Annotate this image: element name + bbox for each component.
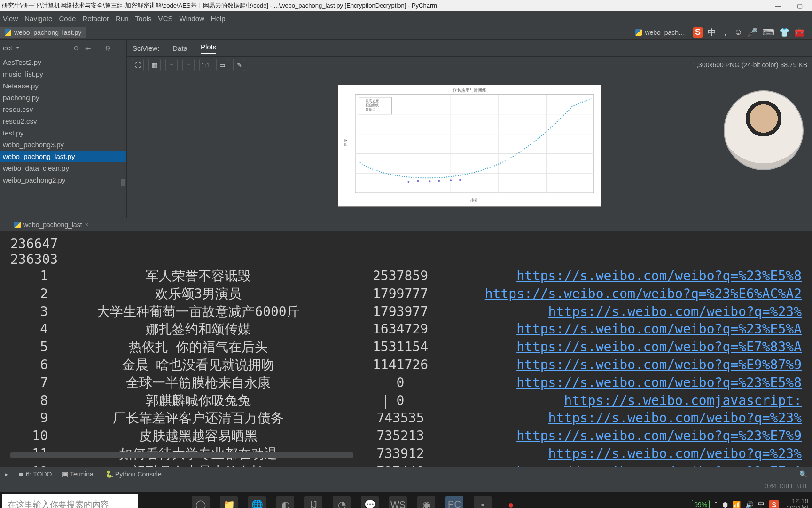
project-file-list[interactable]: AesTest2.py music_list.py Netease.py pac… [0, 56, 126, 186]
file-item[interactable]: resou.csv [0, 103, 126, 115]
menu-code[interactable]: Code [59, 15, 76, 23]
tw-run-icon[interactable]: ▸ [5, 470, 8, 478]
menu-refactor[interactable]: Refactor [82, 15, 109, 23]
pycharm-icon[interactable]: PC [445, 496, 463, 508]
recording-icon[interactable]: ● [502, 496, 520, 508]
row-url[interactable]: https://s.weibo.com/weibo?q=%23%E7%A [471, 463, 802, 467]
menu-vcs[interactable]: VCS [158, 15, 173, 23]
close-icon[interactable]: × [85, 221, 89, 229]
ime-lang-icon[interactable]: 中 [708, 27, 716, 38]
menu-navigate[interactable]: Navigate [24, 15, 52, 23]
file-item[interactable]: webo_pachong3.py [0, 139, 126, 151]
output-h-scrollbar[interactable] [10, 452, 353, 458]
eclipse-icon[interactable]: ◔ [333, 496, 351, 508]
row-url[interactable]: https://s.weibo.com/weibo?q=%23%E5%8 [471, 374, 802, 392]
taskbar-clock[interactable]: 12:16 2021/6/ [782, 498, 812, 508]
sogou-tray-icon[interactable]: S [769, 500, 779, 508]
minimize-button[interactable]: — [768, 2, 789, 9]
edge-icon[interactable]: 🌐 [248, 496, 266, 508]
file-item[interactable]: resou2.csv [0, 115, 126, 127]
task-view-icon[interactable]: ◯ [192, 496, 210, 508]
tw-python-console[interactable]: 🐍 Python Console [105, 470, 162, 478]
menu-run[interactable]: Run [116, 15, 129, 23]
volume-icon[interactable]: 🔊 [745, 501, 753, 508]
row-url[interactable]: https://s.weibo.com/weibo?q=%23%E5%A [471, 320, 802, 338]
row-title: 皮肤越黑越容易晒黑 [67, 427, 330, 445]
editor-tab[interactable]: webo_pachong_last × [10, 220, 93, 230]
app-icon[interactable]: ◐ [276, 496, 294, 508]
row-url[interactable]: https://s.weibo.com/weibo?q=%23% [471, 409, 802, 427]
fit-icon[interactable]: ⛶ [132, 59, 144, 71]
file-item-selected[interactable]: webo_pachong_last.py [0, 151, 126, 162]
tw-todo[interactable]: ≣ 6: TODO [18, 470, 52, 478]
file-explorer-icon[interactable]: 📁 [220, 496, 238, 508]
tw-terminal[interactable]: ▣ Terminal [62, 470, 95, 478]
wifi-icon[interactable]: 📶 [733, 501, 741, 508]
toolbar-punct-icon[interactable]: ， [721, 27, 729, 38]
maximize-button[interactable]: ▢ [789, 2, 810, 9]
search-placeholder: 在这里输入你要搜索的内容 [8, 499, 109, 508]
collapse-icon[interactable] [85, 44, 93, 52]
sidebar-scrollbar[interactable] [121, 179, 125, 186]
tab-data[interactable]: Data [172, 44, 187, 52]
row-url[interactable]: https://s.weibo.com/weibo?q=%E9%87%9 [471, 356, 802, 374]
toolbar-smile-icon[interactable]: ☺ [734, 27, 742, 37]
color-picker-icon[interactable]: ✎ [233, 59, 245, 71]
row-value: 1634729 [330, 320, 471, 338]
menu-help[interactable]: Help [211, 15, 226, 23]
cmd-icon[interactable]: ▪ [474, 496, 492, 508]
sciview-label: SciView: [133, 44, 159, 52]
file-item[interactable]: weibo_data_clean.py [0, 162, 126, 174]
actual-size-button[interactable]: 1:1 [199, 59, 211, 71]
breadcrumb-tab[interactable]: webo_pachong_last.py [0, 27, 86, 38]
system-tray[interactable]: 99% ˄ ⬢ 📶 🔊 中 S [688, 500, 782, 508]
tray-chevron-icon[interactable]: ˄ [714, 501, 718, 508]
row-url[interactable]: https://s.weibo.comjavascript: [471, 392, 802, 410]
row-value: 1141726 [330, 356, 471, 374]
grid-icon[interactable]: ▦ [148, 59, 161, 71]
row-url[interactable]: https://s.weibo.com/weibo?q=%23%E6%AC%A2 [471, 285, 802, 303]
menu-view[interactable]: View [3, 15, 18, 23]
menu-window[interactable]: Window [179, 15, 204, 23]
taskbar-search[interactable]: 在这里输入你要搜索的内容 [2, 494, 138, 508]
row-url[interactable]: https://s.weibo.com/weibo?q=%E7%83%A [471, 338, 802, 356]
recent-file-tab[interactable]: webo_pach… [631, 27, 690, 38]
row-index: 1 [10, 267, 67, 285]
sogou-ime-icon[interactable]: S [693, 27, 703, 38]
row-index: 12 [10, 463, 67, 467]
window-title: 研究生\研一下\计算机网络技术与安全\第三组-加密解密讲解\code\AES基于… [2, 1, 437, 10]
row-url[interactable]: https://s.weibo.com/weibo?q=%23% [471, 445, 802, 463]
select-icon[interactable]: ▭ [216, 59, 228, 71]
wechat-icon[interactable]: 💬 [361, 496, 379, 508]
file-item[interactable]: weibo_pachong2.py [0, 174, 126, 186]
breadcrumb-label: webo_pachong_last.py [14, 29, 81, 36]
zoom-in-icon[interactable]: ＋ [165, 59, 178, 71]
gear-icon[interactable] [105, 44, 112, 52]
plot-image[interactable]: 歌名热度与时间线 最高热度 拟合曲线 数据点 [338, 85, 601, 207]
tab-plots[interactable]: Plots [201, 43, 216, 54]
toolbar-toolbox-icon[interactable]: 🧰 [794, 27, 804, 38]
file-item[interactable]: AesTest2.py [0, 56, 126, 68]
file-item[interactable]: Netease.py [0, 80, 126, 92]
row-url[interactable]: https://s.weibo.com/weibo?q=%23%E7%9 [471, 427, 802, 445]
tray-dropbox-icon[interactable]: ⬢ [722, 501, 728, 508]
event-log-icon[interactable]: 🔍 [799, 470, 807, 478]
target-icon[interactable] [74, 44, 81, 52]
row-url[interactable]: https://s.weibo.com/weibo?q=%23% [471, 303, 802, 321]
intellij-icon[interactable]: IJ [304, 496, 322, 508]
chevron-down-icon[interactable] [16, 47, 20, 49]
menu-tools[interactable]: Tools [135, 15, 152, 23]
file-item[interactable]: pachong.py [0, 92, 126, 103]
zoom-out-icon[interactable]: － [182, 59, 195, 71]
ime-indicator[interactable]: 中 [758, 500, 765, 508]
toolbar-keyboard-icon[interactable]: ⌨ [762, 27, 774, 38]
toolbar-skin-icon[interactable]: 👕 [779, 27, 789, 38]
toolbar-mic-icon[interactable]: 🎤 [747, 27, 757, 38]
file-item[interactable]: music_list.py [0, 68, 126, 80]
webstorm-icon[interactable]: WS [389, 496, 407, 508]
file-item[interactable]: test.py [0, 127, 126, 139]
row-url[interactable]: https://s.weibo.com/weibo?q=%23%E5%8 [471, 267, 802, 285]
hide-icon[interactable]: — [116, 44, 124, 52]
run-output[interactable]: 236647 236303 1军人荣誉不容诋毁2537859https://s.… [0, 231, 812, 467]
chrome-icon[interactable]: ◉ [417, 496, 435, 508]
